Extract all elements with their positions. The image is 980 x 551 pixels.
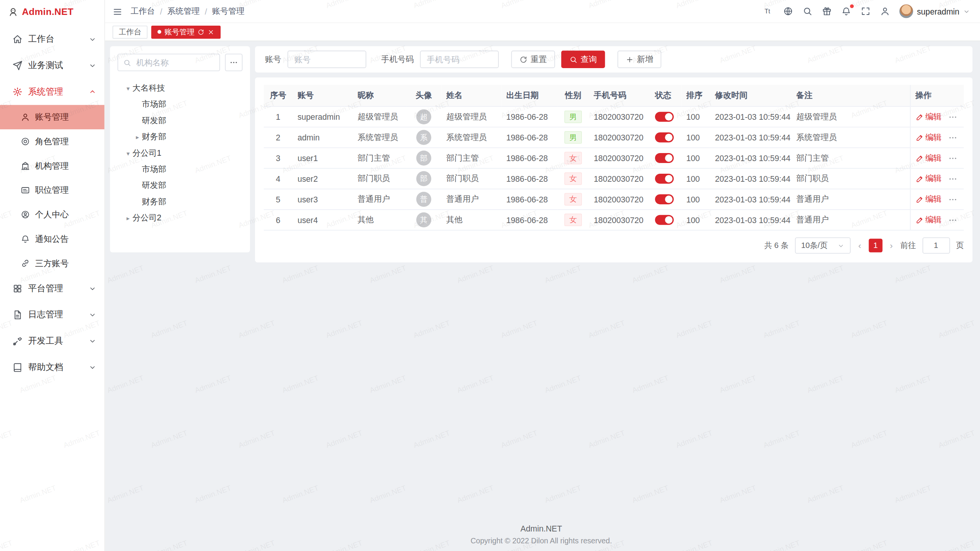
- tree-node-1[interactable]: 市场部: [118, 96, 243, 112]
- tree-caret[interactable]: ▾: [124, 150, 132, 156]
- row-more-button[interactable]: [948, 153, 957, 163]
- sidebar-subitem-0[interactable]: 账号管理: [0, 105, 105, 129]
- sidebar-item-4[interactable]: 日志管理: [0, 302, 105, 328]
- user-menu[interactable]: superadmin: [899, 4, 970, 18]
- sidebar-subitem-label: 机构管理: [35, 160, 96, 171]
- chevron-down-icon: [89, 337, 96, 345]
- fullscreen-button[interactable]: [861, 6, 871, 16]
- org-more-button[interactable]: [225, 54, 243, 71]
- tree-node-7[interactable]: 财务部: [118, 194, 243, 210]
- tab-1[interactable]: 账号管理: [151, 25, 220, 38]
- hamburger-icon: [113, 6, 122, 17]
- sidebar-subitem-1[interactable]: 角色管理: [0, 129, 105, 154]
- user-button[interactable]: [880, 6, 890, 16]
- sidebar-subitem-4[interactable]: 个人中心: [0, 202, 105, 227]
- org-search-input[interactable]: [118, 54, 220, 71]
- tab-refresh-icon[interactable]: [198, 28, 204, 35]
- next-page-button[interactable]: ›: [889, 241, 894, 251]
- edit-button[interactable]: 编辑: [915, 152, 942, 163]
- account-input[interactable]: [287, 51, 366, 68]
- log-icon: [13, 310, 23, 320]
- search-button[interactable]: 查询: [561, 51, 605, 68]
- more-icon: [229, 58, 238, 67]
- reset-button[interactable]: 重置: [511, 51, 555, 68]
- sidebar-subitem-label: 三方账号: [35, 258, 96, 269]
- hamburger-button[interactable]: [113, 6, 122, 17]
- app-window: Admin.NET 工作台业务测试系统管理账号管理角色管理机构管理职位管理个人中…: [0, 0, 980, 551]
- sidebar-item-6[interactable]: 帮助文档: [0, 354, 105, 381]
- font-size-button[interactable]: Tt: [764, 6, 774, 16]
- sidebar-subitem-3[interactable]: 职位管理: [0, 178, 105, 202]
- prev-page-button[interactable]: ‹: [857, 241, 862, 251]
- tree-node-3[interactable]: ▸财务部: [118, 129, 243, 145]
- cell-index: 2: [264, 127, 292, 148]
- row-avatar: 部: [416, 150, 431, 165]
- phone-input[interactable]: [420, 51, 499, 68]
- row-more-button[interactable]: [948, 112, 957, 121]
- page-1-button[interactable]: 1: [869, 239, 882, 253]
- tree-caret[interactable]: ▸: [133, 134, 142, 140]
- tree-node-label: 市场部: [142, 164, 167, 175]
- status-toggle[interactable]: [655, 153, 674, 163]
- status-toggle[interactable]: [655, 215, 674, 225]
- sidebar-subitem-5[interactable]: 通知公告: [0, 227, 105, 251]
- search-button[interactable]: [802, 6, 812, 16]
- sidebar-item-5[interactable]: 开发工具: [0, 328, 105, 354]
- topbar-actions: Tt superadmin: [764, 4, 970, 18]
- gender-tag: 女: [564, 214, 582, 226]
- phone-field[interactable]: [426, 54, 493, 65]
- account-field[interactable]: [293, 54, 361, 65]
- cell-actions: 编辑: [910, 148, 964, 168]
- add-button[interactable]: 新增: [617, 51, 661, 68]
- sidebar-item-2[interactable]: 系统管理: [0, 79, 105, 105]
- chevron-down-icon: [963, 8, 970, 15]
- sidebar-item-3[interactable]: 平台管理: [0, 276, 105, 302]
- gift-button[interactable]: [822, 6, 832, 16]
- tree-caret[interactable]: ▸: [124, 215, 132, 222]
- cell-gender: 男: [557, 106, 589, 127]
- status-toggle[interactable]: [655, 133, 674, 143]
- edit-button[interactable]: 编辑: [915, 111, 942, 122]
- home-icon: [13, 34, 23, 44]
- status-toggle[interactable]: [655, 194, 674, 204]
- search-label: 查询: [581, 54, 597, 65]
- row-more-button[interactable]: [948, 195, 957, 204]
- cell-account: superadmin: [292, 106, 353, 127]
- org-search-field[interactable]: [135, 57, 214, 68]
- edit-button[interactable]: 编辑: [915, 173, 942, 184]
- row-more-button[interactable]: [948, 215, 957, 224]
- goto-page-input[interactable]: [922, 237, 950, 253]
- tree-node-label: 分公司1: [132, 147, 161, 158]
- sidebar-item-1[interactable]: 业务测试: [0, 52, 105, 79]
- sidebar-item-0[interactable]: 工作台: [0, 26, 105, 53]
- page-size-select[interactable]: 10条/页: [795, 237, 851, 253]
- cell-name: 普通用户: [441, 189, 501, 210]
- edit-button[interactable]: 编辑: [915, 132, 942, 143]
- accounts-table-panel: 序号账号昵称头像姓名出生日期性别手机号码状态排序修改时间备注操作 1supera…: [255, 77, 972, 262]
- tree-node-0[interactable]: ▾大名科技: [118, 80, 243, 96]
- tree-node-2[interactable]: 研发部: [118, 112, 243, 129]
- search-icon: [802, 6, 812, 16]
- row-more-button[interactable]: [948, 174, 957, 183]
- edit-button[interactable]: 编辑: [915, 194, 942, 205]
- cell-avatar: 部: [406, 168, 441, 189]
- tree-caret[interactable]: ▾: [124, 85, 132, 91]
- bell-button[interactable]: [841, 6, 851, 16]
- sidebar-subitem-2[interactable]: 机构管理: [0, 154, 105, 178]
- tree-node-8[interactable]: ▸分公司2: [118, 210, 243, 226]
- tree-node-5[interactable]: 市场部: [118, 161, 243, 177]
- cell-account: user4: [292, 210, 353, 230]
- row-more-button[interactable]: [948, 133, 957, 142]
- tree-node-6[interactable]: 研发部: [118, 178, 243, 194]
- globe-button[interactable]: [783, 6, 793, 16]
- sidebar-subitem-6[interactable]: 三方账号: [0, 251, 105, 276]
- tree-node-4[interactable]: ▾分公司1: [118, 145, 243, 161]
- edit-button[interactable]: 编辑: [915, 214, 942, 225]
- cell-gender: 女: [557, 210, 589, 230]
- status-toggle[interactable]: [655, 112, 674, 122]
- status-toggle[interactable]: [655, 174, 674, 184]
- tab-0[interactable]: 工作台: [113, 25, 147, 38]
- breadcrumb-item[interactable]: 系统管理: [167, 6, 200, 17]
- tab-close-icon[interactable]: [207, 28, 214, 35]
- breadcrumb-item[interactable]: 工作台: [131, 6, 155, 17]
